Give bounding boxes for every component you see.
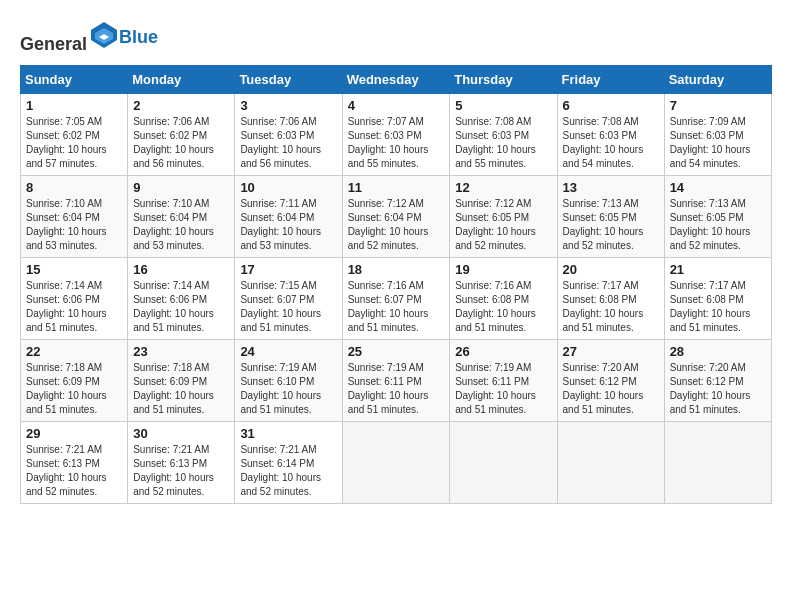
day-number: 5 — [455, 98, 551, 113]
calendar-header-sunday: Sunday — [21, 66, 128, 94]
day-number: 1 — [26, 98, 122, 113]
day-number: 24 — [240, 344, 336, 359]
day-number: 19 — [455, 262, 551, 277]
day-info: Sunrise: 7:11 AMSunset: 6:04 PMDaylight:… — [240, 197, 336, 253]
day-number: 22 — [26, 344, 122, 359]
logo-blue: Blue — [119, 27, 158, 48]
day-info: Sunrise: 7:14 AMSunset: 6:06 PMDaylight:… — [133, 279, 229, 335]
day-info: Sunrise: 7:15 AMSunset: 6:07 PMDaylight:… — [240, 279, 336, 335]
calendar-cell: 13Sunrise: 7:13 AMSunset: 6:05 PMDayligh… — [557, 176, 664, 258]
calendar-cell: 24Sunrise: 7:19 AMSunset: 6:10 PMDayligh… — [235, 340, 342, 422]
page-header: General Blue — [20, 20, 772, 55]
calendar-cell: 25Sunrise: 7:19 AMSunset: 6:11 PMDayligh… — [342, 340, 450, 422]
day-number: 2 — [133, 98, 229, 113]
calendar-cell: 4Sunrise: 7:07 AMSunset: 6:03 PMDaylight… — [342, 94, 450, 176]
day-info: Sunrise: 7:21 AMSunset: 6:13 PMDaylight:… — [133, 443, 229, 499]
calendar-cell: 7Sunrise: 7:09 AMSunset: 6:03 PMDaylight… — [664, 94, 771, 176]
day-info: Sunrise: 7:12 AMSunset: 6:04 PMDaylight:… — [348, 197, 445, 253]
logo-icon — [89, 20, 119, 50]
day-number: 7 — [670, 98, 766, 113]
calendar-week-row: 29Sunrise: 7:21 AMSunset: 6:13 PMDayligh… — [21, 422, 772, 504]
calendar-cell — [664, 422, 771, 504]
calendar-cell: 10Sunrise: 7:11 AMSunset: 6:04 PMDayligh… — [235, 176, 342, 258]
day-info: Sunrise: 7:10 AMSunset: 6:04 PMDaylight:… — [133, 197, 229, 253]
calendar-cell: 8Sunrise: 7:10 AMSunset: 6:04 PMDaylight… — [21, 176, 128, 258]
calendar-cell: 5Sunrise: 7:08 AMSunset: 6:03 PMDaylight… — [450, 94, 557, 176]
calendar-cell — [342, 422, 450, 504]
day-info: Sunrise: 7:20 AMSunset: 6:12 PMDaylight:… — [563, 361, 659, 417]
calendar-week-row: 1Sunrise: 7:05 AMSunset: 6:02 PMDaylight… — [21, 94, 772, 176]
calendar-cell: 17Sunrise: 7:15 AMSunset: 6:07 PMDayligh… — [235, 258, 342, 340]
day-info: Sunrise: 7:16 AMSunset: 6:08 PMDaylight:… — [455, 279, 551, 335]
day-info: Sunrise: 7:21 AMSunset: 6:14 PMDaylight:… — [240, 443, 336, 499]
calendar-cell: 22Sunrise: 7:18 AMSunset: 6:09 PMDayligh… — [21, 340, 128, 422]
day-info: Sunrise: 7:07 AMSunset: 6:03 PMDaylight:… — [348, 115, 445, 171]
calendar-cell: 30Sunrise: 7:21 AMSunset: 6:13 PMDayligh… — [128, 422, 235, 504]
day-info: Sunrise: 7:13 AMSunset: 6:05 PMDaylight:… — [563, 197, 659, 253]
day-info: Sunrise: 7:14 AMSunset: 6:06 PMDaylight:… — [26, 279, 122, 335]
calendar-cell: 29Sunrise: 7:21 AMSunset: 6:13 PMDayligh… — [21, 422, 128, 504]
calendar-header-friday: Friday — [557, 66, 664, 94]
day-number: 16 — [133, 262, 229, 277]
day-info: Sunrise: 7:10 AMSunset: 6:04 PMDaylight:… — [26, 197, 122, 253]
calendar-cell: 23Sunrise: 7:18 AMSunset: 6:09 PMDayligh… — [128, 340, 235, 422]
day-info: Sunrise: 7:19 AMSunset: 6:11 PMDaylight:… — [348, 361, 445, 417]
calendar-cell: 15Sunrise: 7:14 AMSunset: 6:06 PMDayligh… — [21, 258, 128, 340]
day-info: Sunrise: 7:09 AMSunset: 6:03 PMDaylight:… — [670, 115, 766, 171]
day-info: Sunrise: 7:19 AMSunset: 6:10 PMDaylight:… — [240, 361, 336, 417]
calendar-cell: 21Sunrise: 7:17 AMSunset: 6:08 PMDayligh… — [664, 258, 771, 340]
day-info: Sunrise: 7:08 AMSunset: 6:03 PMDaylight:… — [563, 115, 659, 171]
calendar-table: SundayMondayTuesdayWednesdayThursdayFrid… — [20, 65, 772, 504]
day-info: Sunrise: 7:18 AMSunset: 6:09 PMDaylight:… — [26, 361, 122, 417]
day-info: Sunrise: 7:06 AMSunset: 6:03 PMDaylight:… — [240, 115, 336, 171]
day-number: 6 — [563, 98, 659, 113]
calendar-week-row: 8Sunrise: 7:10 AMSunset: 6:04 PMDaylight… — [21, 176, 772, 258]
day-info: Sunrise: 7:06 AMSunset: 6:02 PMDaylight:… — [133, 115, 229, 171]
day-number: 29 — [26, 426, 122, 441]
day-number: 31 — [240, 426, 336, 441]
day-info: Sunrise: 7:18 AMSunset: 6:09 PMDaylight:… — [133, 361, 229, 417]
calendar-week-row: 22Sunrise: 7:18 AMSunset: 6:09 PMDayligh… — [21, 340, 772, 422]
day-number: 12 — [455, 180, 551, 195]
day-info: Sunrise: 7:12 AMSunset: 6:05 PMDaylight:… — [455, 197, 551, 253]
day-info: Sunrise: 7:19 AMSunset: 6:11 PMDaylight:… — [455, 361, 551, 417]
day-number: 15 — [26, 262, 122, 277]
calendar-cell: 3Sunrise: 7:06 AMSunset: 6:03 PMDaylight… — [235, 94, 342, 176]
calendar-cell: 16Sunrise: 7:14 AMSunset: 6:06 PMDayligh… — [128, 258, 235, 340]
calendar-cell: 6Sunrise: 7:08 AMSunset: 6:03 PMDaylight… — [557, 94, 664, 176]
day-info: Sunrise: 7:08 AMSunset: 6:03 PMDaylight:… — [455, 115, 551, 171]
calendar-cell: 28Sunrise: 7:20 AMSunset: 6:12 PMDayligh… — [664, 340, 771, 422]
calendar-header-thursday: Thursday — [450, 66, 557, 94]
calendar-cell: 19Sunrise: 7:16 AMSunset: 6:08 PMDayligh… — [450, 258, 557, 340]
calendar-week-row: 15Sunrise: 7:14 AMSunset: 6:06 PMDayligh… — [21, 258, 772, 340]
calendar-cell: 18Sunrise: 7:16 AMSunset: 6:07 PMDayligh… — [342, 258, 450, 340]
day-info: Sunrise: 7:17 AMSunset: 6:08 PMDaylight:… — [563, 279, 659, 335]
calendar-cell: 20Sunrise: 7:17 AMSunset: 6:08 PMDayligh… — [557, 258, 664, 340]
day-info: Sunrise: 7:13 AMSunset: 6:05 PMDaylight:… — [670, 197, 766, 253]
calendar-cell: 12Sunrise: 7:12 AMSunset: 6:05 PMDayligh… — [450, 176, 557, 258]
day-info: Sunrise: 7:05 AMSunset: 6:02 PMDaylight:… — [26, 115, 122, 171]
day-number: 9 — [133, 180, 229, 195]
calendar-cell: 14Sunrise: 7:13 AMSunset: 6:05 PMDayligh… — [664, 176, 771, 258]
calendar-header-monday: Monday — [128, 66, 235, 94]
day-number: 21 — [670, 262, 766, 277]
day-number: 20 — [563, 262, 659, 277]
day-number: 10 — [240, 180, 336, 195]
day-info: Sunrise: 7:17 AMSunset: 6:08 PMDaylight:… — [670, 279, 766, 335]
logo: General Blue — [20, 20, 158, 55]
calendar-cell: 31Sunrise: 7:21 AMSunset: 6:14 PMDayligh… — [235, 422, 342, 504]
calendar-cell: 27Sunrise: 7:20 AMSunset: 6:12 PMDayligh… — [557, 340, 664, 422]
day-number: 23 — [133, 344, 229, 359]
day-number: 4 — [348, 98, 445, 113]
day-number: 14 — [670, 180, 766, 195]
calendar-header-row: SundayMondayTuesdayWednesdayThursdayFrid… — [21, 66, 772, 94]
calendar-header-tuesday: Tuesday — [235, 66, 342, 94]
calendar-cell — [557, 422, 664, 504]
calendar-cell: 1Sunrise: 7:05 AMSunset: 6:02 PMDaylight… — [21, 94, 128, 176]
calendar-cell: 26Sunrise: 7:19 AMSunset: 6:11 PMDayligh… — [450, 340, 557, 422]
day-info: Sunrise: 7:16 AMSunset: 6:07 PMDaylight:… — [348, 279, 445, 335]
calendar-cell: 9Sunrise: 7:10 AMSunset: 6:04 PMDaylight… — [128, 176, 235, 258]
day-number: 3 — [240, 98, 336, 113]
day-number: 17 — [240, 262, 336, 277]
day-number: 8 — [26, 180, 122, 195]
